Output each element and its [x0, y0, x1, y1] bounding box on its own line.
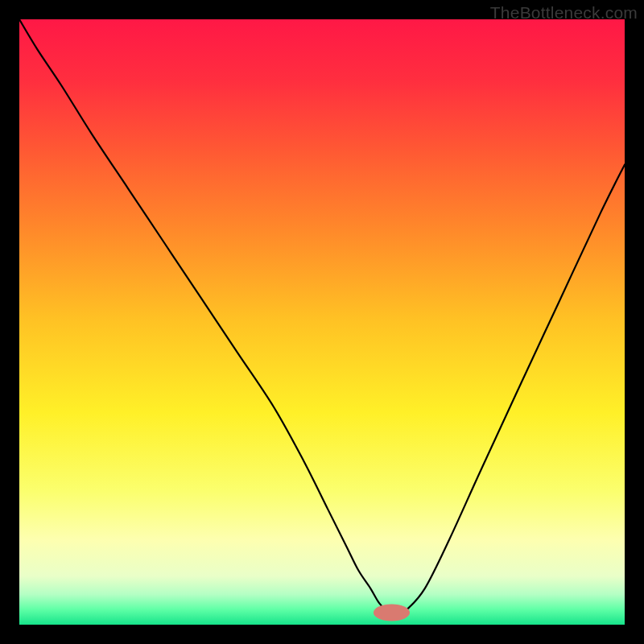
- dip-marker: [374, 604, 410, 621]
- plot-area: [19, 19, 625, 625]
- watermark-text: TheBottleneck.com: [490, 3, 638, 23]
- gradient-background: [19, 19, 625, 625]
- bottleneck-chart: [19, 19, 625, 625]
- chart-frame: TheBottleneck.com: [0, 0, 644, 644]
